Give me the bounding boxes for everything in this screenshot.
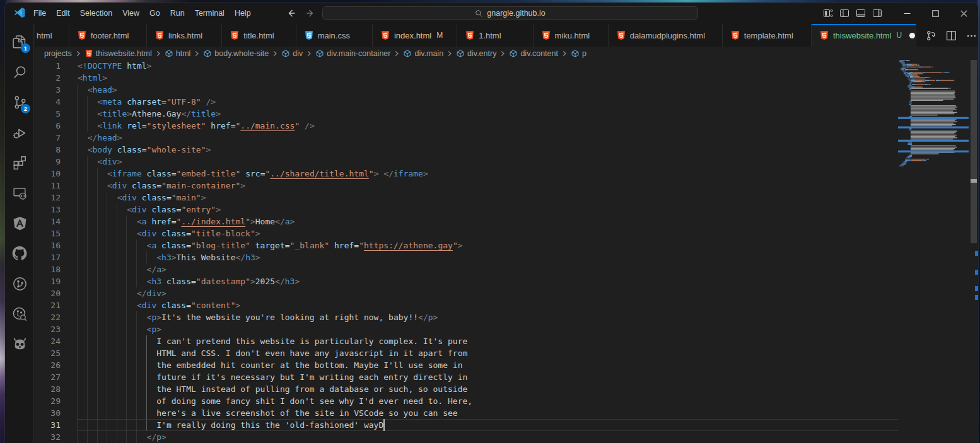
breadcrumb-label: div.main	[414, 49, 443, 58]
toggle-secondary-sidebar-icon[interactable]	[872, 8, 882, 19]
fork-search-icon	[12, 306, 28, 322]
menu-edit[interactable]: Edit	[51, 7, 75, 20]
tab-links-html[interactable]: links.html	[147, 24, 222, 47]
activity-badge: 2	[21, 104, 30, 113]
activity-item-extensions[interactable]	[5, 147, 34, 178]
tab-label: dalamudplugins.html	[630, 31, 705, 40]
symbol-element-icon	[315, 49, 324, 58]
html5-file-icon	[541, 30, 551, 40]
activity-item-code-search[interactable]	[5, 299, 34, 329]
breadcrumb-item-projects[interactable]: projects	[44, 49, 72, 58]
line-number: 20	[35, 287, 61, 299]
angular-shield-icon	[12, 216, 28, 231]
close-icon[interactable]	[950, 3, 978, 24]
dirty-dot-icon[interactable]	[909, 33, 915, 38]
breadcrumb-item-div-entry[interactable]: div.entry	[456, 49, 496, 58]
line-number: 9	[35, 156, 61, 168]
toggle-panel-icon[interactable]	[855, 8, 866, 19]
breadcrumb-label: div.content	[520, 49, 558, 58]
breadcrumb-item-div-main[interactable]: div.main	[403, 49, 443, 58]
symbol-element-icon	[403, 49, 412, 58]
tab-1-html[interactable]: 1.html	[457, 24, 533, 47]
code-line-32: </p>	[78, 431, 166, 443]
code-line-7: </head>	[78, 132, 122, 144]
breadcrumb-item-div-main-container[interactable]: div.main-container	[315, 49, 390, 58]
activity-item-github[interactable]	[5, 238, 34, 268]
breadcrumb-item-div-content[interactable]: div.content	[509, 49, 558, 58]
tab-template-html[interactable]: template.html	[723, 24, 812, 47]
overview-ruler-match-mark	[975, 286, 978, 291]
back-arrow-icon[interactable]	[286, 8, 296, 18]
breadcrumb-label: div.main-container	[327, 49, 390, 58]
menu-run[interactable]: Run	[165, 7, 190, 20]
tab-label: 1.html	[479, 31, 501, 40]
chevron-right-icon	[499, 50, 506, 57]
activity-item-explorer[interactable]: 1	[5, 26, 34, 57]
activity-item-run-debug[interactable]	[5, 117, 34, 147]
breadcrumb-item-body-whole-site[interactable]: body.whole-site	[203, 49, 269, 58]
tab-label: miku.html	[555, 31, 590, 40]
activity-item-angular[interactable]	[5, 208, 34, 238]
breadcrumb-item-div[interactable]: div	[281, 49, 303, 58]
customize-layout-icon[interactable]	[822, 8, 833, 19]
activity-item-source-control[interactable]: 2	[5, 87, 34, 117]
menu-go[interactable]: Go	[144, 7, 165, 20]
menu-file[interactable]: File	[28, 7, 51, 20]
chevron-right-icon	[446, 50, 453, 57]
git-status-badge: M	[436, 31, 443, 40]
maximize-icon[interactable]	[921, 3, 950, 24]
vertical-scrollbar[interactable]	[971, 60, 977, 243]
activity-item-search[interactable]	[5, 57, 34, 87]
chevron-right-icon	[193, 50, 201, 57]
tab-html[interactable]: html	[35, 24, 69, 47]
html5-file-icon	[77, 30, 87, 40]
split-editor-icon[interactable]	[944, 28, 958, 42]
command-center-search[interactable]: gnargle.github.io	[322, 6, 698, 20]
tab-dalamudplugins-html[interactable]: dalamudplugins.html	[609, 24, 723, 47]
tab-miku-html[interactable]: miku.html	[534, 24, 609, 47]
menu-view[interactable]: View	[117, 7, 144, 20]
minimap[interactable]	[898, 60, 969, 249]
activity-item-remote-explorer[interactable]	[5, 178, 34, 208]
tab-main-css[interactable]: main.css	[296, 24, 373, 47]
breadcrumb-item-thiswebsite-html[interactable]: thiswebsite.html	[85, 49, 152, 58]
code-line-27: future if it's necessary but I'm writing…	[78, 371, 467, 383]
line-number: 10	[35, 168, 61, 180]
activity-item-git-fork[interactable]	[5, 268, 34, 299]
line-number: 15	[35, 227, 61, 239]
github-icon	[11, 245, 28, 262]
tab-footer-html[interactable]: footer.html	[69, 24, 147, 47]
breadcrumb-item-p[interactable]: p	[571, 49, 586, 58]
more-actions-icon[interactable]	[964, 28, 978, 42]
symbol-element-icon	[165, 49, 173, 58]
menu-help[interactable]: Help	[230, 7, 256, 20]
chevron-right-icon	[155, 50, 162, 57]
text-cursor	[383, 419, 385, 431]
git-compare-icon[interactable]	[924, 28, 938, 42]
tab-index-html[interactable]: index.htmlM	[373, 24, 457, 47]
fork-circle-icon	[12, 276, 28, 292]
menu-selection[interactable]: Selection	[75, 7, 117, 20]
code-line-10: <iframe class="embed-title" src="../shar…	[78, 168, 428, 180]
code-line-22: <p>It's the website you're looking at ri…	[78, 311, 438, 323]
code-line-15: <div class="title-block">	[78, 227, 260, 239]
activity-item-godot[interactable]	[5, 329, 34, 359]
code-line-18: </a>	[78, 263, 166, 275]
breadcrumb-item-html[interactable]: html	[165, 49, 191, 58]
line-number: 25	[35, 347, 61, 359]
tab-thiswebsite-html[interactable]: thiswebsite.htmlU	[812, 24, 916, 47]
symbol-element-icon	[509, 49, 518, 58]
activity-badge: 1	[21, 43, 30, 53]
html5-file-icon	[155, 30, 165, 40]
menu-terminal[interactable]: Terminal	[190, 7, 230, 20]
chevron-right-icon	[271, 50, 279, 57]
minimize-icon[interactable]	[893, 3, 921, 24]
forward-arrow-icon[interactable]	[305, 8, 315, 18]
code-line-11: <div class="main-container">	[78, 180, 245, 192]
line-number: 28	[35, 383, 61, 395]
css3-file-icon	[304, 30, 314, 40]
tab-title-html[interactable]: title.html	[222, 24, 296, 47]
editor-pane[interactable]: 1234567891011121314151617181920212223242…	[35, 60, 978, 443]
toggle-primary-sidebar-icon[interactable]	[839, 8, 849, 19]
run-debug-icon	[12, 125, 28, 141]
